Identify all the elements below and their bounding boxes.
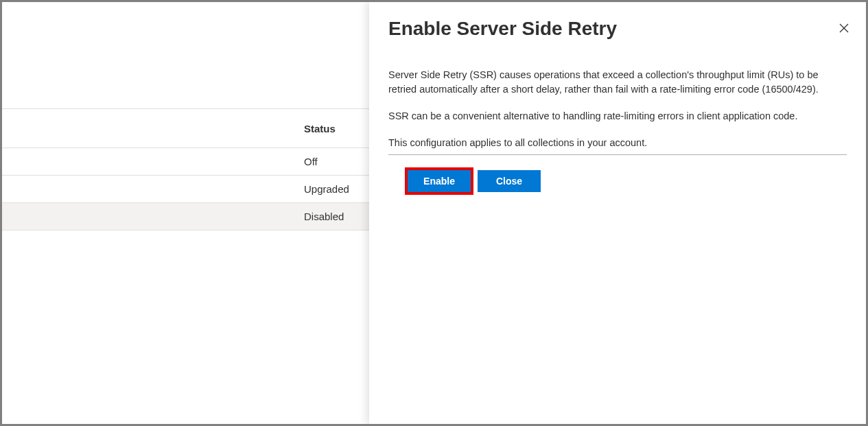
description-paragraph-1: Server Side Retry (SSR) causes operation… <box>388 68 847 97</box>
table-header-row: Status <box>2 108 369 148</box>
table-row[interactable]: Upgraded <box>2 176 369 203</box>
close-icon[interactable] <box>837 21 851 35</box>
table-row[interactable]: Off <box>2 148 369 176</box>
side-panel: Enable Server Side Retry Server Side Ret… <box>369 2 866 424</box>
close-button[interactable]: Close <box>478 170 541 192</box>
description-paragraph-2: SSR can be a convenient alternative to h… <box>388 109 847 123</box>
panel-title: Enable Server Side Retry <box>388 17 617 40</box>
panel-body: Server Side Retry (SSR) causes operation… <box>388 68 847 192</box>
panel-header: Enable Server Side Retry <box>388 17 847 40</box>
status-cell: Upgraded <box>304 183 349 195</box>
status-cell: Off <box>304 156 318 167</box>
status-cell: Disabled <box>304 211 344 222</box>
background-panel: Status Off Upgraded Disabled <box>2 2 369 424</box>
table-row[interactable]: Disabled <box>2 203 369 230</box>
enable-button[interactable]: Enable <box>408 170 471 192</box>
description-paragraph-3: This configuration applies to all collec… <box>388 136 847 155</box>
button-row: Enable Close <box>388 170 847 192</box>
status-column-header: Status <box>304 123 336 134</box>
